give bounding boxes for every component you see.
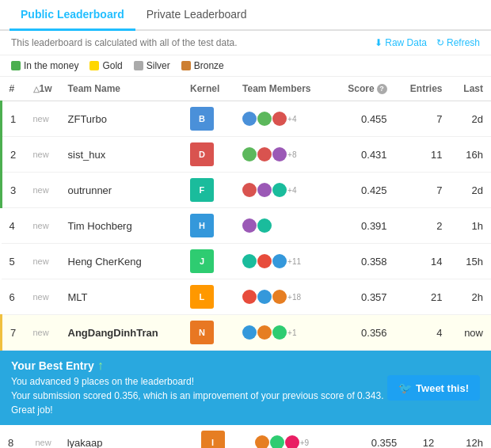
leaderboard-table-cont: 8 new lyakaap I +9 0.355 12 12h 9 new He… bbox=[0, 425, 491, 448]
col-header-last: Last bbox=[450, 77, 491, 101]
team-name-cell[interactable]: ZFTurbo bbox=[60, 101, 182, 137]
members-cell: +9 bbox=[247, 425, 348, 448]
legend: In the money Gold Silver Bronze bbox=[0, 55, 491, 77]
table-row[interactable]: 5 new Heng CherKeng J +11 0.358 14 15h bbox=[2, 244, 492, 279]
col-header-team: Team Name bbox=[60, 77, 182, 101]
score-cell: 0.355 bbox=[348, 425, 405, 448]
last-cell: 1h bbox=[450, 208, 491, 244]
raw-data-link[interactable]: ⬇ Raw Data bbox=[375, 37, 427, 48]
rank-cell: 8 bbox=[0, 425, 27, 448]
members-cell: +4 bbox=[234, 101, 332, 137]
rank-cell: 4 bbox=[2, 208, 25, 244]
change-cell: new bbox=[27, 425, 59, 448]
entries-cell: 2 bbox=[395, 208, 451, 244]
leaderboard-description: This leaderboard is calculated with all … bbox=[11, 37, 238, 48]
tweet-label: Tweet this! bbox=[416, 382, 469, 394]
rank-cell: 2 bbox=[2, 137, 25, 173]
table-row[interactable]: 1 new ZFTurbo B +4 0.455 7 2d bbox=[2, 101, 492, 137]
last-cell: 15h bbox=[450, 244, 491, 279]
kernel-cell[interactable]: B bbox=[182, 101, 234, 137]
table-row[interactable]: 8 new lyakaap I +9 0.355 12 12h bbox=[0, 425, 491, 448]
leaderboard-table: # △1w Team Name Kernel Team Members Scor… bbox=[0, 77, 491, 351]
legend-bronze-dot bbox=[181, 61, 191, 70]
rank-cell: 7 bbox=[2, 315, 25, 351]
change-cell: new bbox=[25, 173, 60, 208]
table-row[interactable]: 2 new sist_hux D +8 0.431 11 16h bbox=[2, 137, 492, 173]
entries-cell: 4 bbox=[395, 315, 451, 351]
members-cell: +11 bbox=[234, 244, 332, 279]
kernel-cell[interactable]: D bbox=[182, 137, 234, 173]
legend-silver-label: Silver bbox=[147, 60, 170, 71]
twitter-icon: 🐦 bbox=[398, 382, 412, 394]
top-bar-actions: ⬇ Raw Data ↻ Refresh bbox=[375, 37, 480, 48]
best-entry-title: Your Best Entry ↑ bbox=[11, 359, 387, 373]
col-header-change: △1w bbox=[25, 77, 60, 101]
kernel-cell[interactable]: N bbox=[182, 315, 234, 351]
last-cell: 16h bbox=[450, 137, 491, 173]
change-cell: new bbox=[25, 137, 60, 173]
legend-gold-label: Gold bbox=[102, 60, 122, 71]
score-info-icon: ? bbox=[377, 84, 387, 94]
refresh-link[interactable]: ↻ Refresh bbox=[436, 37, 480, 48]
change-cell: new bbox=[25, 101, 60, 137]
table-row[interactable]: 6 new MLT L +18 0.357 21 2h bbox=[2, 279, 492, 315]
entries-cell: 7 bbox=[395, 101, 451, 137]
score-cell: 0.431 bbox=[332, 137, 395, 173]
tabs-container: Public Leaderboard Private Leaderboard bbox=[0, 0, 491, 31]
col-header-kernel: Kernel bbox=[182, 77, 234, 101]
col-header-rank: # bbox=[2, 77, 25, 101]
tab-public[interactable]: Public Leaderboard bbox=[10, 0, 135, 31]
table-row[interactable]: 7 new AngDangDinhTran N +1 0.356 4 now bbox=[2, 315, 492, 351]
col-header-members: Team Members bbox=[234, 77, 332, 101]
best-entry-banner: Your Best Entry ↑ You advanced 9 places … bbox=[0, 351, 491, 425]
members-cell: +1 bbox=[234, 315, 332, 351]
change-cell: new bbox=[25, 244, 60, 279]
col-header-entries: Entries bbox=[395, 77, 451, 101]
score-cell: 0.425 bbox=[332, 173, 395, 208]
legend-silver: Silver bbox=[134, 60, 170, 71]
members-cell: +18 bbox=[234, 279, 332, 315]
legend-in-money-dot bbox=[11, 61, 21, 70]
up-arrow-icon: ↑ bbox=[97, 359, 104, 373]
refresh-icon: ↻ bbox=[436, 37, 444, 48]
tab-private[interactable]: Private Leaderboard bbox=[135, 0, 258, 31]
best-entry-text: Your Best Entry ↑ You advanced 9 places … bbox=[11, 359, 387, 417]
change-cell: new bbox=[25, 279, 60, 315]
score-cell: 0.455 bbox=[332, 101, 395, 137]
team-name-cell[interactable]: sist_hux bbox=[60, 137, 182, 173]
table-row[interactable]: 3 new outrunner F +4 0.425 7 2d bbox=[2, 173, 492, 208]
rank-cell: 3 bbox=[2, 173, 25, 208]
members-cell: +8 bbox=[234, 137, 332, 173]
members-cell bbox=[234, 208, 332, 244]
legend-in-money-label: In the money bbox=[24, 60, 78, 71]
kernel-cell[interactable]: I bbox=[193, 425, 247, 448]
kernel-cell[interactable]: H bbox=[182, 208, 234, 244]
legend-bronze: Bronze bbox=[181, 60, 224, 71]
top-bar: This leaderboard is calculated with all … bbox=[0, 31, 491, 55]
entries-cell: 21 bbox=[395, 279, 451, 315]
team-name-cell[interactable]: Tim Hochberg bbox=[60, 208, 182, 244]
members-cell: +4 bbox=[234, 173, 332, 208]
best-entry-submission: Your submission scored 0.356, which is a… bbox=[11, 389, 387, 417]
team-name-cell[interactable]: MLT bbox=[60, 279, 182, 315]
team-name-cell[interactable]: outrunner bbox=[60, 173, 182, 208]
download-icon: ⬇ bbox=[375, 37, 383, 48]
team-name-cell[interactable]: lyakaap bbox=[59, 425, 193, 448]
kernel-cell[interactable]: J bbox=[182, 244, 234, 279]
table-row[interactable]: 4 new Tim Hochberg H 0.391 2 1h bbox=[2, 208, 492, 244]
col-header-score: Score ? bbox=[332, 77, 395, 101]
entries-cell: 14 bbox=[395, 244, 451, 279]
team-name-cell[interactable]: AngDangDinhTran bbox=[60, 315, 182, 351]
legend-gold-dot bbox=[89, 61, 99, 70]
score-cell: 0.358 bbox=[332, 244, 395, 279]
score-cell: 0.391 bbox=[332, 208, 395, 244]
kernel-cell[interactable]: F bbox=[182, 173, 234, 208]
change-cell: new bbox=[25, 315, 60, 351]
kernel-cell[interactable]: L bbox=[182, 279, 234, 315]
entries-cell: 12 bbox=[405, 425, 442, 448]
tweet-button[interactable]: 🐦 Tweet this! bbox=[387, 375, 480, 401]
entries-cell: 7 bbox=[395, 173, 451, 208]
team-name-cell[interactable]: Heng CherKeng bbox=[60, 244, 182, 279]
legend-silver-dot bbox=[134, 61, 143, 70]
last-cell: now bbox=[450, 315, 491, 351]
